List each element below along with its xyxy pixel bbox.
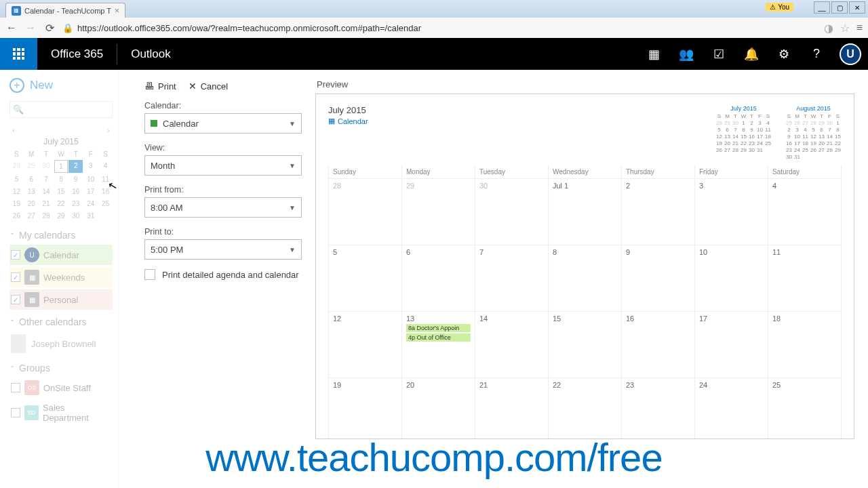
url-text: https://outlook.office365.com/owa/?realm…: [77, 23, 421, 33]
print-to-select[interactable]: 5:00 PM▼: [144, 239, 302, 260]
preview-mini-august: August 2015 SMTWTFS252627282930123456789…: [785, 105, 842, 160]
calendar-sidebar: + New 🔍 ‹› July 2015 SMTWTFS282930123456…: [0, 70, 119, 488]
cancel-button[interactable]: ✕Cancel: [189, 81, 228, 92]
calendar-item-personal[interactable]: ✓▦Personal: [9, 289, 113, 310]
chevron-down-icon: ▼: [289, 120, 296, 127]
calendar-item-calendar[interactable]: ✓UCalendar: [9, 245, 113, 265]
forward-button[interactable]: →: [24, 22, 37, 34]
group-onsite[interactable]: OSOnSite Staff: [9, 378, 113, 398]
other-calendars-header[interactable]: ⌃Other calendars: [9, 317, 113, 327]
url-bar[interactable]: 🔒 https://outlook.office365.com/owa/?rea…: [62, 23, 817, 33]
nav-bar: ← → ⟳ 🔒 https://outlook.office365.com/ow…: [0, 18, 868, 38]
calendar-select-label: Calendar:: [144, 101, 302, 110]
preview-month-grid: SundayMondayTuesdayWednesdayThursdayFrid…: [328, 165, 842, 439]
waffle-icon: [13, 48, 25, 60]
main-content: + New 🔍 ‹› July 2015 SMTWTFS282930123456…: [0, 70, 868, 488]
print-icon: 🖶: [144, 81, 154, 92]
page-info-icon[interactable]: ◑: [824, 22, 833, 35]
chevron-down-icon: ▼: [289, 246, 296, 253]
notifications-icon[interactable]: 🔔: [735, 38, 768, 70]
tasks-icon[interactable]: ☑: [703, 38, 735, 70]
tab-favicon: ▦: [12, 6, 21, 16]
detailed-agenda-checkbox[interactable]: Print detailed agenda and calendar: [144, 269, 302, 280]
view-select-label: View:: [144, 143, 302, 152]
tab-title: Calendar - TeachUcomp T: [24, 7, 111, 15]
back-button[interactable]: ←: [5, 22, 18, 34]
other-calendar-person[interactable]: Joseph Brownell: [9, 331, 113, 356]
view-select[interactable]: Month▼: [144, 155, 302, 176]
preview-label: Preview: [317, 79, 854, 89]
my-calendars-header[interactable]: ⌃My calendars: [9, 230, 113, 241]
chrome-menu-icon[interactable]: ≡: [856, 22, 863, 34]
calendar-select[interactable]: Calendar ▼: [144, 113, 302, 134]
print-from-select[interactable]: 8:00 AM▼: [144, 197, 302, 218]
bookmark-star-icon[interactable]: ☆: [840, 22, 850, 35]
maximize-button[interactable]: ▢: [831, 1, 848, 14]
watermark-text: www.teachucomp.com/free: [205, 434, 662, 480]
tab-close-icon[interactable]: ×: [115, 6, 119, 16]
calendar-header-icon[interactable]: ▦: [637, 38, 670, 70]
print-from-label: Print from:: [144, 185, 302, 195]
plus-icon: +: [9, 78, 24, 93]
prev-month-icon[interactable]: ‹: [12, 126, 15, 134]
print-options-panel: ↖ 🖶Print ✕Cancel Calendar: Calendar ▼ Vi…: [119, 70, 315, 488]
preview-panel: Preview July 2015 ▦Calendar July 2015 SM…: [315, 70, 868, 488]
browser-chrome: ▦ Calendar - TeachUcomp T × ⚠ You __ ▢ ✕…: [0, 0, 868, 38]
lock-icon: 🔒: [62, 23, 73, 33]
reload-button[interactable]: ⟳: [43, 22, 56, 35]
new-button[interactable]: + New: [9, 78, 113, 93]
preview-calendar-name: ▦Calendar: [328, 117, 368, 125]
close-window-button[interactable]: ✕: [849, 1, 865, 14]
print-button[interactable]: 🖶Print: [144, 81, 176, 92]
calendar-color-swatch: [151, 120, 157, 127]
user-avatar[interactable]: U: [840, 43, 861, 65]
search-input[interactable]: 🔍: [9, 101, 113, 118]
chrome-profile-badge[interactable]: ⚠ You: [766, 3, 793, 12]
checkbox-icon: [144, 269, 155, 280]
preview-month-title: July 2015: [328, 105, 368, 115]
window-controls: __ ▢ ✕: [814, 1, 865, 14]
calendar-icon: ▦: [328, 117, 335, 125]
print-to-label: Print to:: [144, 227, 302, 237]
app-launcher-button[interactable]: [0, 38, 37, 70]
tab-bar: ▦ Calendar - TeachUcomp T × ⚠ You __ ▢ ✕: [0, 0, 868, 18]
app-title[interactable]: Outlook: [117, 44, 184, 64]
chevron-down-icon: ▼: [289, 204, 296, 211]
people-icon[interactable]: 👥: [670, 38, 703, 70]
minimize-button[interactable]: __: [814, 1, 830, 14]
o365-header: Office 365 Outlook ▦ 👥 ☑ 🔔 ⚙ ? U: [0, 38, 868, 70]
groups-header[interactable]: ⌃Groups: [9, 363, 113, 373]
chevron-down-icon: ▼: [289, 162, 296, 169]
close-icon: ✕: [189, 81, 197, 92]
settings-gear-icon[interactable]: ⚙: [768, 38, 800, 70]
group-sales[interactable]: SDSales Department: [9, 400, 113, 426]
preview-mini-july: July 2015 SMTWTFS28293012345678910111213…: [715, 105, 772, 160]
help-icon[interactable]: ?: [800, 38, 833, 70]
preview-box: July 2015 ▦Calendar July 2015 SMTWTFS282…: [315, 94, 854, 439]
browser-tab[interactable]: ▦ Calendar - TeachUcomp T ×: [5, 3, 125, 18]
mini-calendar[interactable]: SMTWTFS282930123456789101112131415161718…: [9, 149, 113, 222]
next-month-icon[interactable]: ›: [107, 126, 110, 134]
suite-title: Office 365: [37, 47, 117, 61]
calendar-item-weekends[interactable]: ✓▦Weekends: [9, 267, 113, 287]
mini-calendar-title: July 2015: [9, 137, 113, 146]
